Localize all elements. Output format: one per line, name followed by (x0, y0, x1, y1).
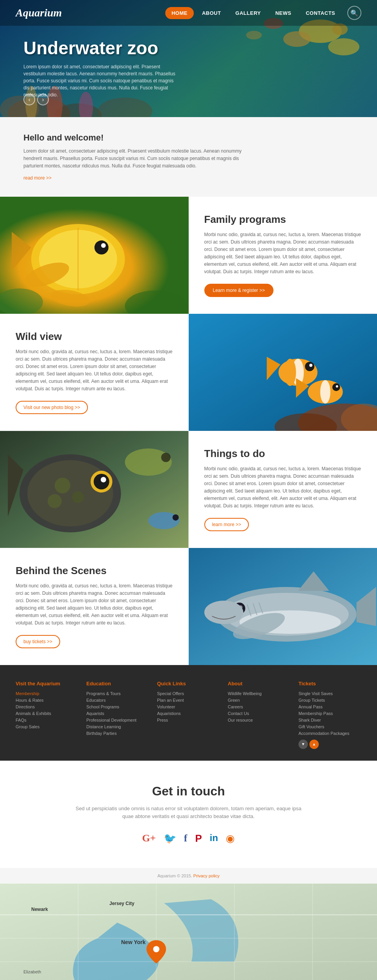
header: Aquarium HOME ABOUT GALLERY NEWS CONTACT… (0, 0, 377, 117)
hero-content: Underwater zoo Lorem ipsum dolor sit ame… (0, 26, 377, 110)
read-more-link[interactable]: read more >> (23, 175, 52, 181)
footer-distance-learning[interactable]: Distance Learning (86, 724, 149, 729)
google-plus-icon[interactable]: G+ (142, 832, 156, 845)
svg-point-38 (336, 385, 338, 388)
footer-group-sales[interactable]: Group Sales (16, 724, 79, 729)
yellow-fish-image (0, 197, 189, 314)
wild-view-text-content: Morbi nunc odio, gravida at, cursus nec,… (16, 348, 173, 393)
wild-view-section: Wild view Morbi nunc odio, gravida at, c… (0, 314, 377, 431)
things-to-do-text-content: Morbi nunc odio, gravida at, cursus nec,… (204, 465, 362, 510)
footer-careers[interactable]: Careers (228, 704, 291, 709)
footer-aquaritions[interactable]: Aquaristions (157, 711, 220, 716)
site-logo: Aquarium (16, 7, 62, 19)
footer-animals[interactable]: Animals & Exhibits (16, 711, 79, 716)
footer-green[interactable]: Green (228, 698, 291, 703)
footer-hours[interactable]: Hours & Rates (16, 698, 79, 703)
footer-aquarists[interactable]: Aquarists (86, 711, 149, 716)
svg-point-53 (173, 514, 179, 520)
footer-directions[interactable]: Directions (16, 704, 79, 709)
svg-point-43 (55, 478, 70, 493)
footer-visit-title: Visit the Aquarium (16, 681, 79, 687)
nav-gallery[interactable]: GALLERY (229, 7, 267, 19)
svg-text:New York: New York (121, 939, 146, 945)
twitter-icon[interactable]: 🐦 (164, 832, 176, 845)
footer-press[interactable]: Press (157, 718, 220, 722)
privacy-policy-link[interactable]: Privacy policy (193, 873, 220, 878)
get-in-touch-text: Sed ut perspiciatis unde omnis is natus … (71, 805, 306, 821)
footer-volunteer[interactable]: Volunteer (157, 704, 220, 709)
search-icon: 🔍 (350, 9, 358, 17)
next-slide-button[interactable]: › (37, 94, 49, 105)
footer-shark-diver[interactable]: Shark Diver (298, 718, 361, 722)
rss-icon[interactable]: ◉ (226, 832, 235, 845)
nav-home[interactable]: HOME (165, 7, 194, 19)
wild-view-image (189, 314, 377, 431)
footer-professional-dev[interactable]: Professional Development (86, 718, 149, 722)
footer-annual-pass[interactable]: Annual Pass (298, 704, 361, 709)
buy-tickets-button[interactable]: buy tickets >> (16, 635, 60, 648)
footer-col-tickets: Tickets Single Visit Saves Group Tickets… (298, 681, 361, 749)
family-programs-text: Family programs Morbi nunc odio, gravida… (189, 197, 377, 314)
nav-news[interactable]: NEWS (269, 7, 298, 19)
svg-point-47 (94, 474, 109, 489)
footer-birthday[interactable]: Birthday Parties (86, 731, 149, 736)
facebook-icon[interactable]: f (184, 832, 188, 845)
search-button[interactable]: 🔍 (347, 6, 361, 20)
social-icons: G+ 🐦 f P in ◉ (16, 832, 361, 845)
family-programs-image (0, 197, 189, 314)
scroll-up-button[interactable]: ▲ (309, 740, 319, 749)
hero-arrows: ‹ › (23, 94, 49, 105)
svg-point-42 (27, 460, 113, 526)
nav-about[interactable]: ABOUT (196, 7, 227, 19)
footer-gift-vouchers[interactable]: Gift Vouchers (298, 724, 361, 729)
footer-wildlife[interactable]: Wildlife Wellbeing (228, 691, 291, 696)
prev-slide-button[interactable]: ‹ (23, 94, 35, 105)
scroll-down-button[interactable]: ▼ (298, 740, 308, 749)
footer-group-tickets[interactable]: Group Tickets (298, 698, 361, 703)
linkedin-icon[interactable]: in (210, 832, 218, 845)
hero-text: Lorem ipsum dolor sit amet, consectetuer… (23, 63, 180, 98)
hero-title: Underwater zoo (23, 37, 354, 59)
footer-school[interactable]: School Programs (86, 704, 149, 709)
wild-view-button[interactable]: Visit our new photo blog >> (16, 401, 88, 414)
footer-programs[interactable]: Programs & Tours (86, 691, 149, 696)
svg-point-18 (101, 243, 106, 248)
footer-our-resource[interactable]: Our resource (228, 718, 291, 722)
footer-single-visit[interactable]: Single Visit Saves (298, 691, 361, 696)
svg-text:Jersey City: Jersey City (109, 901, 134, 906)
things-to-do-button[interactable]: learn more >> (204, 518, 249, 531)
svg-point-51 (161, 453, 171, 462)
things-to-do-section: Things to do Morbi nunc odio, gravida at… (0, 431, 377, 548)
footer-faqs[interactable]: FAQs (16, 718, 79, 722)
family-programs-title: Family programs (204, 213, 362, 226)
footer-col-education: Education Programs & Tours Educators Sch… (86, 681, 149, 749)
footer-contact-us[interactable]: Contact Us (228, 711, 291, 716)
svg-point-36 (320, 380, 330, 404)
footer-plan-event[interactable]: Plan an Event (157, 698, 220, 703)
get-in-touch-section: Get in touch Sed ut perspiciatis unde om… (0, 761, 377, 868)
footer-membership-pass[interactable]: Membership Pass (298, 711, 361, 716)
footer-accommodation[interactable]: Accommodation Packages (298, 731, 361, 736)
navigation: Aquarium HOME ABOUT GALLERY NEWS CONTACT… (0, 0, 377, 26)
footer-special-offers[interactable]: Special Offers (157, 691, 220, 696)
copyright-text: Aquarium © 2015. (157, 873, 192, 878)
footer-membership[interactable]: Membership (16, 691, 79, 696)
get-in-touch-title: Get in touch (16, 784, 361, 799)
svg-point-44 (72, 491, 84, 503)
footer-col-quicklinks: Quick Links Special Offers Plan an Event… (157, 681, 220, 749)
welcome-text: Lorem dolor sit amet, consectetuer adipi… (23, 148, 258, 170)
map-svg: Newark Jersey City New York Elizabeth (0, 884, 377, 980)
pinterest-icon[interactable]: P (195, 832, 202, 845)
svg-point-31 (284, 359, 296, 386)
footer-educators[interactable]: Educators (86, 698, 149, 703)
footer-links: Visit the Aquarium Membership Hours & Ra… (0, 665, 377, 761)
behind-scenes-text-content: Morbi nunc odio, gravida at, cursus nec,… (16, 582, 173, 627)
things-to-do-text: Things to do Morbi nunc odio, gravida at… (189, 431, 377, 548)
behind-scenes-section: Behind the Scenes Morbi nunc odio, gravi… (0, 548, 377, 665)
family-programs-button[interactable]: Learn more & register >> (204, 284, 273, 297)
footer-quicklinks-title: Quick Links (157, 681, 220, 687)
copyright-bar: Aquarium © 2015. Privacy policy (0, 868, 377, 884)
behind-scenes-title: Behind the Scenes (16, 565, 173, 577)
nav-links: HOME ABOUT GALLERY NEWS CONTACTS 🔍 (165, 6, 361, 20)
nav-contacts[interactable]: CONTACTS (300, 7, 341, 19)
